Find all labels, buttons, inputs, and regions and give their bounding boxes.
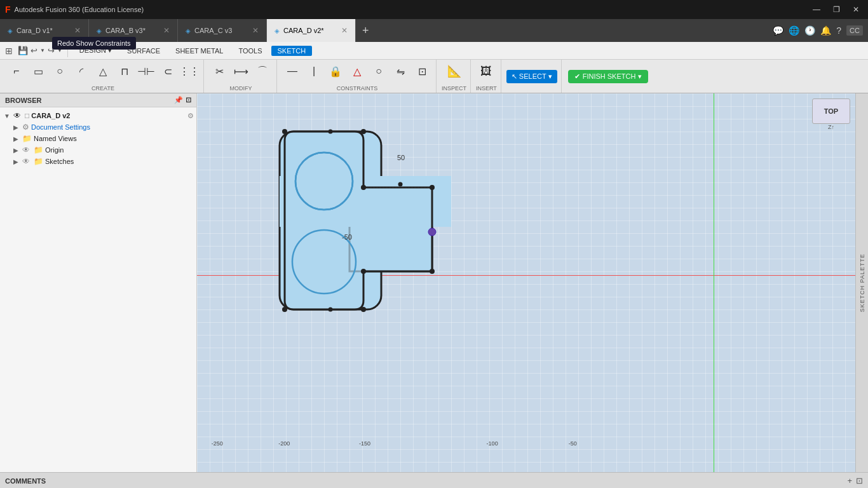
svg-point-10 xyxy=(361,129,366,134)
maximize-button[interactable]: ❐ xyxy=(829,4,844,15)
menu-sheet-metal[interactable]: SHEET METAL xyxy=(169,46,229,56)
lock-constraint[interactable]: 🔒 xyxy=(325,61,346,81)
grid-menu-icon[interactable]: ⊞ xyxy=(5,46,13,56)
tab-close-2[interactable]: ✕ xyxy=(163,26,170,35)
account-icon[interactable]: CC xyxy=(846,25,863,36)
browser-collapse-icon[interactable]: ⊡ xyxy=(186,96,191,104)
tooltip: Redo Show Constraints xyxy=(52,37,136,50)
tree-item-named-views[interactable]: ▶ 📁 Named Views xyxy=(0,133,196,144)
root-settings-icon[interactable]: ⚙ xyxy=(187,112,194,120)
select-dropdown-arrow: ▾ xyxy=(548,72,552,81)
undo-button[interactable]: ↩ xyxy=(31,46,37,55)
new-tab-button[interactable]: + xyxy=(356,19,376,42)
add-comment-icon[interactable]: + xyxy=(847,476,852,485)
project-constraint[interactable]: ⊡ xyxy=(412,61,432,81)
time-icon[interactable]: 🕐 xyxy=(804,25,815,36)
tree-item-sketches[interactable]: ▶ 👁 📁 Sketches xyxy=(0,156,196,167)
modify-tools-row: ✂ ⟼ ⌒ xyxy=(209,61,273,81)
tab-cara-d-v2[interactable]: ◈ CARA_D v2* ✕ xyxy=(267,19,356,42)
sketches-folder-icon: 📁 xyxy=(34,157,43,166)
tab-close-4[interactable]: ✕ xyxy=(341,26,348,35)
insert-image-tool[interactable]: 🖼 xyxy=(476,61,496,81)
browser-header-icons: 📌 ⊡ xyxy=(174,96,191,104)
browser-title: BROWSER xyxy=(5,97,41,104)
origin-eye-icon: 👁 xyxy=(22,146,30,154)
sketch-palette[interactable]: SKETCH PALETTE xyxy=(855,93,868,472)
select-icon: ↖ xyxy=(512,72,517,81)
offset-tool[interactable]: ⊓ xyxy=(114,61,135,81)
polygon-tool[interactable]: △ xyxy=(93,61,113,81)
titlebar-left: F Autodesk Fusion 360 (Education License… xyxy=(5,4,144,15)
symmetry-constraint[interactable]: ⇋ xyxy=(390,61,410,81)
trim-tool[interactable]: ✂ xyxy=(209,61,229,81)
svg-point-14 xyxy=(430,185,435,190)
measure-tool[interactable]: 📐 xyxy=(444,61,465,81)
triangle-constraint[interactable]: △ xyxy=(347,61,367,81)
app-title: Autodesk Fusion 360 (Education License) xyxy=(15,6,144,13)
tooltip-text: Redo Show Constraints xyxy=(57,39,131,47)
project-tool[interactable]: ⊂ xyxy=(158,61,178,81)
minimize-button[interactable]: — xyxy=(809,4,824,15)
root-arrow: ▼ xyxy=(3,112,11,119)
create-label: CREATE xyxy=(92,85,114,92)
root-folder-icon: □ xyxy=(25,111,29,120)
svg-point-11 xyxy=(282,307,287,312)
mirror-tool[interactable]: ⊣⊢ xyxy=(136,61,156,81)
extend-tool[interactable]: ⟼ xyxy=(231,61,251,81)
tab-icon-2: ◈ xyxy=(97,27,102,34)
origin-folder-icon: 📁 xyxy=(34,146,43,154)
checkmark-icon: ✔ xyxy=(574,72,580,81)
svg-point-18 xyxy=(329,308,333,312)
question-icon[interactable]: ? xyxy=(836,25,841,36)
named-views-arrow: ▶ xyxy=(11,135,20,142)
select-button[interactable]: ↖ SELECT ▾ xyxy=(506,70,557,83)
tree-item-document-settings[interactable]: ▶ ⚙ Document Settings xyxy=(0,121,196,133)
toolbar-group-insert: 🖼 INSERT xyxy=(472,60,501,93)
menu-tools[interactable]: TOOLS xyxy=(232,46,268,56)
pattern-tool[interactable]: ⋮⋮ xyxy=(179,61,200,81)
doc-settings-label: Document Settings xyxy=(31,123,194,131)
bell-icon[interactable]: 🔔 xyxy=(820,25,831,36)
fillet-tool[interactable]: ⌒ xyxy=(252,61,273,81)
finish-sketch-button[interactable]: ✔ FINISH SKETCH ▾ xyxy=(568,70,649,83)
named-views-label: Named Views xyxy=(34,135,194,142)
undo-dropdown[interactable]: ▼ xyxy=(40,48,45,53)
panel-collapse-icon[interactable]: ⊡ xyxy=(856,476,863,485)
arc-tool[interactable]: ◜ xyxy=(71,61,92,81)
tree-root[interactable]: ▼ 👁 □ CARA_D v2 ⚙ xyxy=(0,110,196,121)
svg-point-19 xyxy=(329,130,333,134)
browser-tree: ▼ 👁 □ CARA_D v2 ⚙ ▶ ⚙ Document Settings … xyxy=(0,107,196,472)
close-button[interactable]: ✕ xyxy=(849,4,863,15)
notification-icon[interactable]: 💬 xyxy=(773,25,783,36)
toolbar: ⌐ ▭ ○ ◜ △ ⊓ ⊣⊢ ⊂ ⋮⋮ CREATE ✂ ⟼ ⌒ MODIFY xyxy=(0,60,868,93)
root-label: CARA_D v2 xyxy=(31,112,187,119)
sketches-eye-icon: 👁 xyxy=(22,157,30,166)
inspect-label: INSPECT xyxy=(442,85,466,92)
horizontal-constraint[interactable]: — xyxy=(282,61,302,81)
menu-sketch[interactable]: SKETCH xyxy=(271,46,313,56)
tab-close-3[interactable]: ✕ xyxy=(252,26,259,35)
vertical-constraint[interactable]: | xyxy=(304,61,324,81)
title-bar: F Autodesk Fusion 360 (Education License… xyxy=(0,0,868,19)
circle-tool[interactable]: ○ xyxy=(50,61,70,81)
constraints-label: CONSTRAINTS xyxy=(337,85,378,92)
svg-point-20 xyxy=(428,228,436,236)
sketch-palette-label: SKETCH PALETTE xyxy=(859,254,865,312)
tab-close-1[interactable]: ✕ xyxy=(74,26,81,35)
svg-point-15 xyxy=(430,269,435,274)
circle-constraint[interactable]: ○ xyxy=(369,61,389,81)
rectangle-tool[interactable]: ▭ xyxy=(28,61,48,81)
view-cube[interactable]: TOP Z↑ xyxy=(812,98,850,137)
browser-pin-icon[interactable]: 📌 xyxy=(174,96,183,104)
save-icon[interactable]: 💾 xyxy=(18,46,28,55)
tree-item-origin[interactable]: ▶ 👁 📁 Origin xyxy=(0,144,196,156)
canvas-area[interactable]: -250 -200 -150 -100 -50 xyxy=(197,93,868,472)
tab-cara-c-v3[interactable]: ◈ CARA_C v3 ✕ xyxy=(178,19,267,42)
insert-tools-row: 🖼 xyxy=(476,61,496,81)
line-tool[interactable]: ⌐ xyxy=(6,61,27,81)
origin-label: Origin xyxy=(45,146,194,154)
cube-top-face[interactable]: TOP xyxy=(812,98,850,124)
tab-icon-1: ◈ xyxy=(8,27,13,34)
help-community-icon[interactable]: 🌐 xyxy=(789,25,799,36)
tab-label-1: Cara_D v1* xyxy=(17,27,53,34)
